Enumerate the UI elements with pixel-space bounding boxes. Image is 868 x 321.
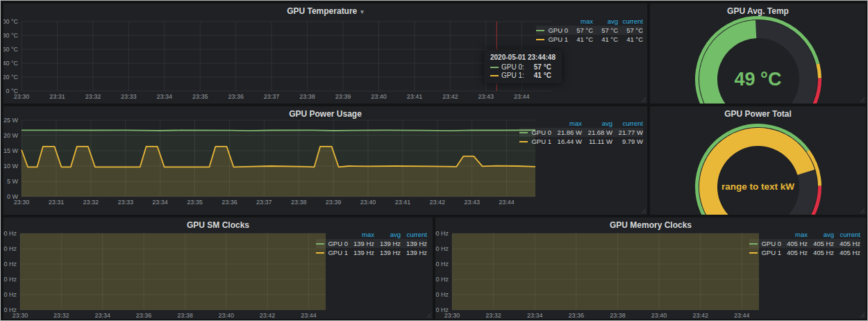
series-color-dash-icon — [490, 75, 499, 76]
legend-header-row: maxavgcurrent — [316, 230, 427, 239]
legend-header: avg — [808, 231, 834, 238]
legend-header: max — [568, 17, 593, 25]
legend-series-name[interactable]: GPU 1 — [749, 249, 781, 256]
legend-header: max — [781, 231, 808, 238]
panel-title-text: GPU Power Usage — [289, 109, 362, 119]
legend-value: 139 Hz — [374, 240, 401, 247]
x-axis-tick-label: 23:35 — [187, 199, 203, 206]
panel-title-gpu-power-usage[interactable]: GPU Power Usage — [3, 109, 647, 119]
series-color-dash-icon — [519, 132, 528, 133]
legend-header: current — [401, 231, 427, 238]
panel-title-text: GPU SM Clocks — [187, 220, 249, 230]
series-area-fill — [452, 233, 759, 310]
legend-value: 57 °C — [568, 26, 593, 34]
legend-series-name[interactable]: GPU 0 — [316, 240, 348, 247]
legend-value: 16.44 W — [551, 138, 582, 145]
gpu-sm-clocks-legend: maxavgcurrentGPU 0139 Hz139 Hz139 HzGPU … — [316, 230, 427, 257]
grafana-dashboard: GPU Temperature▾ 0 °C20 °C40 °C60 °C80 °… — [0, 0, 868, 321]
legend-row: GPU 141 °C41 °C41 °C — [536, 35, 643, 44]
legend-value: 139 Hz — [348, 249, 374, 256]
panel-title-text: GPU Power Total — [724, 109, 791, 119]
legend-series-name[interactable]: GPU 1 — [536, 35, 568, 43]
x-axis-tick-label: 23:30 — [444, 312, 460, 319]
x-axis-tick-label: 23:34 — [94, 312, 110, 319]
legend-header-row: maxavgcurrent — [519, 119, 643, 128]
legend-header: max — [551, 120, 582, 127]
series-color-dash-icon — [749, 252, 758, 254]
y-axis-tick-label: 80 Hz — [435, 245, 449, 252]
y-axis-tick-label: 5 W — [7, 178, 19, 185]
tooltip-series-name: GPU 1: — [501, 72, 524, 79]
graph-tooltip: 2020-05-01 23:44:48 GPU 0:57 °CGPU 1:41 … — [484, 50, 562, 83]
panel-gpu-avg-temp: GPU Avg. Temp 49 °C — [650, 3, 866, 104]
legend-series-name[interactable]: GPU 0 — [519, 129, 551, 136]
series-color-dash-icon — [519, 141, 528, 142]
gauge-value-arc — [708, 137, 806, 215]
series-color-dash-icon — [536, 39, 544, 40]
legend-value: 405 Hz — [834, 240, 860, 247]
x-axis-tick-label: 23:42 — [692, 312, 708, 319]
panel-title-text: GPU Avg. Temp — [727, 6, 789, 16]
legend-value: 405 Hz — [808, 249, 834, 256]
legend-header: current — [618, 17, 643, 25]
x-axis-tick-label: 23:44 — [514, 93, 530, 100]
legend-header: max — [348, 231, 374, 238]
panel-gpu-memory-clocks: GPU Memory Clocks 0 Hz20 Hz40 Hz60 Hz80 … — [435, 217, 866, 319]
y-axis-tick-label: 20 Hz — [435, 291, 449, 298]
x-axis-tick-label: 23:42 — [260, 312, 276, 319]
x-axis-tick-label: 23:30 — [14, 199, 30, 206]
y-axis-tick-label: 100 Hz — [3, 230, 17, 237]
series-color-dash-icon — [536, 30, 544, 31]
legend-row: GPU 1405 Hz405 Hz405 Hz — [749, 248, 860, 257]
legend-header: avg — [374, 231, 401, 238]
legend-value: 139 Hz — [348, 240, 374, 247]
y-axis-tick-label: 40 Hz — [435, 276, 449, 283]
legend-row: GPU 116.44 W11.11 W9.79 W — [519, 137, 643, 146]
x-axis-tick-label: 23:39 — [335, 93, 351, 100]
legend-series-name[interactable]: GPU 1 — [519, 138, 551, 145]
x-axis-tick-label: 23:36 — [228, 93, 244, 100]
x-axis-tick-label: 23:41 — [395, 199, 411, 206]
legend-value: 405 Hz — [781, 249, 808, 256]
x-axis-tick-label: 23:33 — [117, 199, 133, 206]
legend-header: current — [612, 120, 643, 127]
legend-series-name[interactable]: GPU 0 — [536, 26, 568, 34]
series-color-dash-icon — [316, 252, 324, 254]
panel-title-gpu-avg-temp[interactable]: GPU Avg. Temp — [650, 6, 866, 16]
gauge-value-arc — [708, 29, 756, 104]
legend-value: 57 °C — [618, 26, 643, 34]
x-axis-tick-label: 23:38 — [177, 312, 193, 319]
panel-title-gpu-sm-clocks[interactable]: GPU SM Clocks — [3, 220, 433, 230]
x-axis-tick-label: 23:43 — [464, 199, 480, 206]
legend-header-row: maxavgcurrent — [749, 230, 860, 239]
x-axis-tick-label: 23:34 — [527, 312, 543, 319]
tooltip-timestamp: 2020-05-01 23:44:48 — [490, 54, 556, 61]
x-axis-tick-label: 23:44 — [301, 312, 317, 319]
gauge-threshold-arc — [818, 64, 820, 79]
series-color-dash-icon — [316, 243, 324, 245]
x-axis-tick-label: 23:34 — [157, 93, 173, 100]
panel-gpu-temperature: GPU Temperature▾ 0 °C20 °C40 °C60 °C80 °… — [3, 3, 647, 104]
panel-title-gpu-power-total[interactable]: GPU Power Total — [650, 109, 866, 119]
legend-row: GPU 1139 Hz139 Hz139 Hz — [316, 248, 427, 257]
panel-gpu-sm-clocks: GPU SM Clocks 0 Hz20 Hz40 Hz60 Hz80 Hz10… — [3, 217, 433, 319]
legend-series-name[interactable]: GPU 0 — [749, 240, 781, 247]
legend-value: 41 °C — [593, 35, 618, 43]
gpu-power-total-gauge — [650, 106, 866, 215]
panel-title-gpu-temperature[interactable]: GPU Temperature▾ — [3, 6, 647, 16]
x-axis-tick-label: 23:32 — [53, 312, 69, 319]
y-axis-tick-label: 20 °C — [3, 74, 18, 81]
legend-series-name[interactable]: GPU 1 — [316, 249, 348, 256]
x-axis-tick-label: 23:36 — [569, 312, 585, 319]
y-axis-tick-label: 15 W — [3, 147, 18, 154]
y-axis-tick-label: 100 Hz — [435, 230, 449, 237]
x-axis-tick-label: 23:37 — [256, 199, 272, 206]
x-axis-tick-label: 23:44 — [499, 199, 515, 206]
series-area-fill — [20, 233, 326, 310]
legend-value: 11.11 W — [582, 138, 612, 145]
panel-title-gpu-memory-clocks[interactable]: GPU Memory Clocks — [435, 220, 866, 230]
legend-value: 405 Hz — [834, 249, 860, 256]
x-axis-tick-label: 23:40 — [651, 312, 667, 319]
legend-value: 405 Hz — [781, 240, 808, 247]
legend-value: 405 Hz — [808, 240, 834, 247]
